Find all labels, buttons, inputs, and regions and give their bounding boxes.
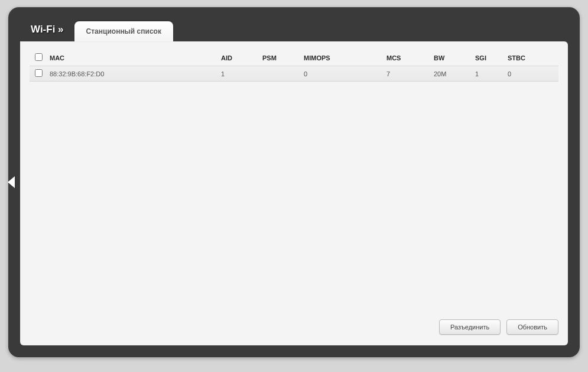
cell-stbc: 0 (505, 66, 558, 82)
cell-mac: 88:32:9B:68:F2:D0 (47, 66, 219, 82)
content-inner: MAC AID PSM MIMOPS MCS BW SGI STBC (20, 41, 568, 345)
header-sgi: SGI (473, 50, 505, 66)
header-aid: AID (219, 50, 260, 66)
cell-bw: 20M (431, 66, 473, 82)
header-mac: MAC (47, 50, 219, 66)
cell-sgi: 1 (473, 66, 505, 82)
header-mcs: MCS (384, 50, 431, 66)
cell-psm (260, 66, 301, 82)
cell-mcs: 7 (384, 66, 431, 82)
cell-aid: 1 (219, 66, 260, 82)
disconnect-button[interactable]: Разъединить (439, 319, 501, 335)
header-psm: PSM (260, 50, 301, 66)
header-row: Wi-Fi » Станционный список (8, 7, 580, 41)
header-mimops: MIMOPS (301, 50, 384, 66)
header-stbc: STBC (505, 50, 558, 66)
spacer (30, 82, 558, 315)
main-panel: Wi-Fi » Станционный список MAC AID PSM M… (8, 7, 580, 357)
header-bw: BW (431, 50, 473, 66)
button-row: Разъединить Обновить (30, 315, 558, 337)
tab-station-list[interactable]: Станционный список (74, 21, 173, 41)
select-all-checkbox[interactable] (35, 53, 43, 61)
table-header-row: MAC AID PSM MIMOPS MCS BW SGI STBC (30, 50, 558, 66)
row-checkbox-cell (30, 66, 47, 82)
cell-mimops: 0 (301, 66, 384, 82)
station-table: MAC AID PSM MIMOPS MCS BW SGI STBC (30, 50, 558, 82)
refresh-button[interactable]: Обновить (506, 319, 558, 335)
content-panel: MAC AID PSM MIMOPS MCS BW SGI STBC (20, 41, 568, 345)
collapse-arrow-icon[interactable] (8, 176, 15, 188)
header-checkbox-cell (30, 50, 47, 66)
page-title: Wi-Fi » (31, 24, 64, 41)
table-row[interactable]: 88:32:9B:68:F2:D0 1 0 7 20M 1 0 (30, 66, 558, 82)
row-checkbox[interactable] (35, 69, 43, 77)
